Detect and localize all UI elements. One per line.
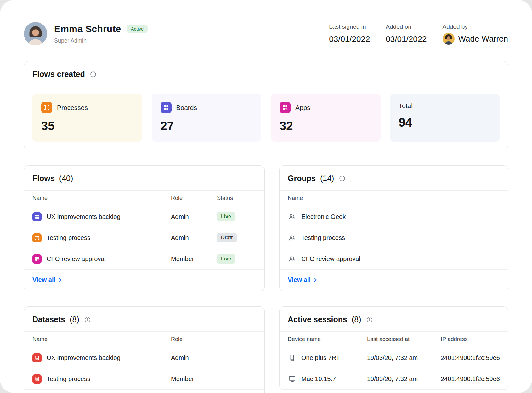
column-name: Name: [32, 195, 171, 202]
profile-meta: Last signed in 03/01/2022 Added on 03/01…: [329, 22, 508, 45]
process-icon: [32, 233, 42, 242]
datasets-table-header: Name Role: [24, 332, 264, 347]
user-profile-page: Emma Schrute Active Super Admin Last sig…: [0, 0, 532, 393]
sessions-count: (8): [352, 315, 361, 324]
apps-icon: [32, 254, 42, 264]
stat-tile-total: Total 94: [390, 94, 500, 142]
user-role: Super Admin: [54, 37, 148, 44]
dataset-role: Admin: [171, 354, 256, 362]
flow-role: Member: [171, 255, 217, 263]
last-accessed: 19/03/20, 7:32 am: [367, 375, 441, 383]
meta-label: Added by: [443, 23, 508, 30]
stat-label: Apps: [295, 104, 310, 111]
stat-tile-apps: Apps 32: [271, 94, 381, 142]
meta-label: Last signed in: [329, 23, 370, 30]
table-row[interactable]: One plus 7RT 19/03/20, 7:32 am 2401:4900…: [280, 347, 508, 368]
group-name: Electronic Geek: [301, 213, 346, 220]
ip-address: 2401:4900:1f2c:59e6:...: [441, 354, 500, 362]
table-row[interactable]: UX Improvements backlog Admin: [24, 347, 264, 368]
added-by-name: Wade Warren: [458, 34, 508, 44]
user-avatar: [24, 22, 47, 45]
view-all-link[interactable]: View all: [288, 276, 318, 283]
datasets-count: (8): [70, 315, 79, 324]
profile-name-block: Emma Schrute Active Super Admin: [54, 24, 148, 44]
sessions-table-header: Device name Last accessed at IP address: [280, 332, 508, 347]
datasets-card: Datasets (8) Name Role UX Improvements b…: [24, 306, 265, 393]
group-icon: [288, 213, 296, 221]
meta-added-by: Added by Wade Warren: [443, 23, 508, 45]
view-all-label: View all: [32, 276, 55, 283]
stat-tile-processes: Processes 35: [32, 94, 142, 142]
groups-table-header: Name: [280, 191, 508, 206]
table-row[interactable]: Testing process Member: [24, 368, 264, 390]
status-badge-live: Live: [217, 254, 235, 264]
column-name: Name: [32, 336, 171, 343]
groups-count: (14): [320, 174, 334, 183]
phone-icon: [288, 354, 296, 362]
last-accessed: 19/03/20, 7:32 am: [367, 354, 441, 362]
process-icon: [41, 102, 52, 113]
datasets-title: Datasets: [32, 315, 65, 324]
dataset-icon: [32, 374, 42, 384]
column-role: Role: [171, 336, 256, 343]
stat-label: Total: [399, 102, 413, 110]
flows-table-header: Name Role Status: [24, 191, 264, 206]
info-icon[interactable]: [338, 175, 346, 182]
flow-role: Admin: [171, 234, 217, 242]
column-ip-address: IP address: [441, 336, 500, 343]
column-status: Status: [217, 195, 256, 202]
flows-created-title: Flows created: [32, 70, 85, 79]
flows-count: (40): [59, 174, 73, 183]
boards-icon: [161, 102, 172, 113]
table-row[interactable]: Mac 10.15.7 19/03/20, 7:32 am 2401:4900:…: [280, 368, 508, 390]
main-grid: Flows (40) Name Role Status UX Improveme…: [24, 165, 508, 393]
status-badge-live: Live: [217, 212, 235, 221]
profile-identity: Emma Schrute Active Super Admin: [24, 22, 148, 45]
group-name: CFO review approval: [301, 255, 360, 263]
meta-last-signed-in: Last signed in 03/01/2022: [329, 23, 370, 45]
table-row[interactable]: Electronic Geek: [280, 206, 508, 227]
flow-name: UX Improvements backlog: [47, 213, 121, 220]
info-icon[interactable]: [84, 316, 91, 323]
profile-header: Emma Schrute Active Super Admin Last sig…: [0, 0, 532, 45]
table-row[interactable]: UX Improvements backlog Admin Live: [24, 206, 264, 227]
group-icon: [288, 255, 296, 263]
flows-card: Flows (40) Name Role Status UX Improveme…: [24, 165, 265, 291]
dataset-name: Testing process: [47, 375, 90, 383]
column-device-name: Device name: [288, 336, 367, 343]
sessions-title: Active sessions: [288, 315, 347, 324]
view-all-label: View all: [288, 276, 311, 283]
table-row[interactable]: CFO review approval Member Live: [24, 248, 264, 270]
table-row[interactable]: CFO review approval: [280, 248, 508, 270]
stat-tiles: Processes 35 Boards 27 Apps: [24, 86, 508, 150]
table-row[interactable]: Testing process Admin Draft: [24, 227, 264, 248]
stat-value: 35: [41, 119, 133, 133]
group-name: Testing process: [301, 234, 345, 242]
view-all-link[interactable]: View all: [32, 276, 62, 283]
device-name: One plus 7RT: [301, 354, 340, 362]
flow-name: CFO review approval: [47, 255, 106, 263]
info-icon[interactable]: [89, 71, 97, 78]
ip-address: 2401:4900:1f2c:59e6:...: [441, 375, 500, 383]
flow-role: Admin: [171, 213, 217, 220]
apps-icon: [280, 102, 291, 113]
stat-tile-boards: Boards 27: [152, 94, 262, 142]
table-row[interactable]: [24, 390, 264, 393]
meta-label: Added on: [386, 23, 427, 30]
dataset-name: UX Improvements backlog: [47, 354, 121, 362]
status-badge-draft: Draft: [217, 233, 237, 242]
stat-label: Processes: [57, 104, 88, 111]
flow-name: Testing process: [47, 234, 90, 242]
flows-title: Flows: [32, 174, 55, 183]
boards-icon: [32, 212, 42, 221]
group-icon: [288, 234, 296, 242]
active-sessions-card: Active sessions (8) Device name Last acc…: [279, 306, 508, 390]
column-last-accessed: Last accessed at: [367, 336, 441, 343]
chevron-right-icon: [58, 278, 62, 282]
info-icon[interactable]: [366, 316, 373, 323]
meta-value: 03/01/2022: [386, 34, 427, 44]
groups-title: Groups: [288, 174, 316, 183]
column-role: Role: [171, 195, 217, 202]
table-row[interactable]: Testing process: [280, 227, 508, 248]
device-name: Mac 10.15.7: [301, 375, 336, 383]
